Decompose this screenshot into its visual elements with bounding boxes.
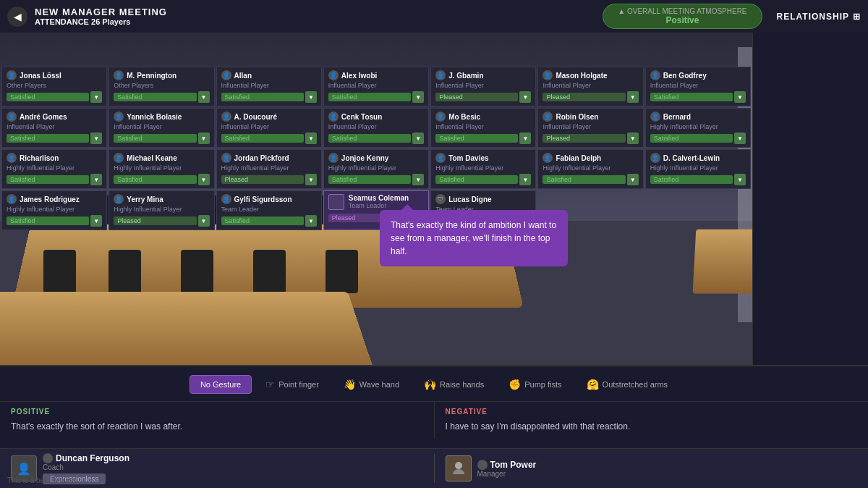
player-name: M. Pennington	[127, 72, 176, 80]
status-badge: Pleased	[114, 216, 196, 225]
player-card-robin-olsen[interactable]: 👤 Robin Olsen Influential Player Pleased…	[537, 108, 643, 148]
dropdown-arrow[interactable]: ▼	[90, 215, 102, 227]
gesture-wave-hand[interactable]: 👋 Wave hand	[333, 374, 410, 395]
dropdown-arrow[interactable]: ▼	[90, 174, 102, 185]
speaker-name-ferguson: Duncan Ferguson	[56, 453, 129, 463]
player-card-yerry-mina[interactable]: 👤 Yerry Mina Highly Influential Player P…	[109, 190, 214, 230]
status-badge: Pleased	[221, 175, 304, 184]
player-role: Other Players	[114, 82, 209, 89]
player-card-ben-godfrey[interactable]: 👤 Ben Godfrey Influential Player Satisfi…	[645, 67, 751, 106]
player-card-alex-iwobi[interactable]: 👤 Alex Iwobi Influential Player Satisfie…	[323, 67, 429, 106]
back-button[interactable]: ◀	[7, 7, 27, 27]
status-badge: Satisfied	[650, 93, 733, 101]
gesture-point-finger[interactable]: ☞ Point finger	[255, 374, 330, 395]
player-avatar-icon: 👤	[328, 153, 339, 163]
player-name: D. Calvert-Lewin	[663, 154, 720, 162]
player-card-m-pennington[interactable]: 👤 M. Pennington Other Players Satisfied …	[109, 67, 214, 106]
player-name: Robin Olsen	[556, 113, 598, 121]
player-card-allan[interactable]: 👤 Allan Influential Player Satisfied ▼	[216, 67, 322, 106]
player-card-james-rodriguez[interactable]: 👤 James Rodriguez Highly Influential Pla…	[1, 190, 107, 230]
dropdown-arrow[interactable]: ▼	[412, 174, 424, 185]
player-card-a-doucoure[interactable]: 👤 A. Doucouré Influential Player Satisfi…	[216, 108, 322, 148]
dropdown-arrow[interactable]: ▼	[198, 174, 210, 185]
dropdown-arrow[interactable]: ▼	[305, 91, 317, 103]
player-role: Highly Influential Player	[542, 164, 638, 172]
player-card-d-calvert-lewin[interactable]: 👤 D. Calvert-Lewin Highly Influential Pl…	[645, 149, 751, 189]
player-card-j-gbamin[interactable]: 👤 J. Gbamin Influential Player Pleased ▼	[430, 67, 536, 106]
gesture-raise-hands[interactable]: 🙌 Raise hands	[413, 374, 495, 395]
dropdown-arrow[interactable]: ▼	[627, 91, 639, 103]
player-card-mason-holgate[interactable]: 👤 Mason Holgate Influential Player Pleas…	[537, 67, 643, 106]
player-name: Lucas Digne	[448, 195, 491, 203]
player-card-mo-besic[interactable]: 👤 Mo Besic Influential Player Satisfied …	[430, 108, 536, 148]
player-name: J. Gbamin	[448, 72, 483, 80]
dropdown-arrow[interactable]: ▼	[627, 174, 639, 185]
gesture-pump-fists[interactable]: ✊ Pump fists	[498, 374, 572, 395]
player-avatar-icon: 👤	[435, 112, 446, 122]
status-badge: Satisfied	[328, 134, 411, 143]
dropdown-arrow[interactable]: ▼	[519, 91, 531, 103]
player-avatar-icon: 👤	[114, 112, 124, 122]
player-card-jonas-lossl[interactable]: 👤 Jonas Lössl Other Players Satisfied ▼	[1, 67, 107, 106]
dropdown-arrow[interactable]: ▼	[412, 91, 424, 103]
player-card-andre-gomes[interactable]: 👤 André Gomes Influential Player Satisfi…	[1, 108, 107, 148]
dropdown-arrow[interactable]: ▼	[519, 132, 531, 144]
status-badge: Pleased	[542, 134, 625, 143]
player-name: Yerry Mina	[127, 195, 163, 203]
dropdown-arrow[interactable]: ▼	[90, 132, 102, 144]
player-name: Bernard	[663, 113, 691, 121]
player-name: Jonjoe Kenny	[341, 154, 389, 162]
status-badge: Satisfied	[114, 175, 196, 184]
status-badge: Satisfied	[114, 93, 196, 101]
dropdown-arrow[interactable]: ▼	[198, 215, 210, 227]
player-name: Allan	[234, 72, 252, 80]
player-card-bernard[interactable]: 👤 Bernard Highly Influential Player Sati…	[645, 108, 751, 148]
gesture-outstretched-arms[interactable]: 🤗 Outstretched arms	[576, 374, 678, 395]
player-card-yannick-bolasie[interactable]: 👤 Yannick Bolasie Influential Player Sat…	[109, 108, 214, 148]
negative-label: NEGATIVE	[446, 408, 858, 416]
player-avatar-icon: 👤	[221, 194, 231, 204]
player-card-cenk-tosun[interactable]: 👤 Cenk Tosun Influential Player Satisfie…	[323, 108, 429, 148]
player-card-fabian-delph[interactable]: 👤 Fabian Delph Highly Influential Player…	[537, 149, 643, 189]
right-panel	[752, 33, 868, 366]
player-name: Seamus Coleman	[349, 194, 409, 202]
player-card-gylfi-sigurdsson[interactable]: 👤 Gylfi Sigurdsson Team Leader Satisfied…	[216, 190, 322, 230]
player-card-michael-keane[interactable]: 👤 Michael Keane Highly Influential Playe…	[109, 149, 214, 189]
dropdown-arrow[interactable]: ▼	[198, 132, 210, 144]
player-card-jordan-pickford[interactable]: 👤 Jordan Pickford Highly Influential Pla…	[216, 149, 322, 189]
speaker-role-ferguson: Coach	[43, 463, 423, 471]
dropdown-arrow[interactable]: ▼	[519, 174, 531, 185]
dropdown-arrow[interactable]: ▼	[198, 91, 210, 103]
dropdown-arrow[interactable]: ▼	[734, 91, 746, 103]
player-card-jonjoe-kenny[interactable]: 👤 Jonjoe Kenny Highly Influential Player…	[323, 149, 429, 189]
player-avatar-icon: 👤	[542, 70, 553, 80]
player-avatar-icon: 👤	[221, 153, 231, 163]
player-card-tom-davies[interactable]: 👤 Tom Davies Highly Influential Player S…	[430, 149, 536, 189]
top-bar: ◀ NEW MANAGER MEETING ATTENDANCE 26 Play…	[0, 0, 868, 33]
dropdown-arrow[interactable]: ▼	[412, 132, 424, 144]
player-role: Influential Player	[542, 82, 638, 89]
player-role: Highly Influential Player	[7, 164, 102, 172]
status-badge: Satisfied	[221, 134, 304, 143]
player-grid: 👤 Jonas Lössl Other Players Satisfied ▼ …	[0, 65, 752, 232]
status-badge: Satisfied	[650, 134, 733, 143]
gesture-label: Point finger	[278, 380, 319, 389]
player-card-richarlison[interactable]: 👤 Richarlison Highly Influential Player …	[1, 149, 107, 189]
gesture-no-gesture[interactable]: No Gesture	[190, 375, 252, 394]
status-badge: Satisfied	[221, 93, 304, 101]
dropdown-arrow[interactable]: ▼	[90, 91, 102, 103]
player-name: Fabian Delph	[556, 154, 601, 162]
dropdown-arrow[interactable]: ▼	[305, 132, 317, 144]
player-role: Highly Influential Player	[7, 206, 102, 213]
relationship-button[interactable]: RELATIONSHIP ⊞	[777, 12, 861, 22]
status-badge: Satisfied	[328, 175, 411, 184]
dropdown-arrow[interactable]: ▼	[627, 132, 639, 144]
dropdown-arrow[interactable]: ▼	[734, 132, 746, 144]
dropdown-arrow[interactable]: ▼	[305, 215, 317, 227]
seamus-avatar	[328, 194, 344, 210]
dropdown-arrow[interactable]: ▼	[734, 174, 746, 185]
player-avatar-icon: 👤	[7, 112, 17, 122]
dropdown-arrow[interactable]: ▼	[305, 174, 317, 185]
response-area: POSITIVE That's exactly the sort of reac…	[0, 402, 868, 445]
player-name: James Rodriguez	[20, 195, 80, 203]
